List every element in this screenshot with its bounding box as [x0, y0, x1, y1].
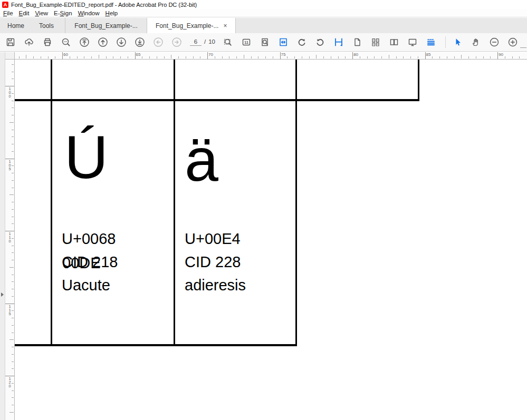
ruler-tick — [447, 56, 447, 58]
fit-width-icon[interactable] — [278, 37, 289, 47]
page-total: 10 — [208, 38, 215, 45]
ruler-tick — [381, 56, 382, 58]
page-number-input[interactable]: 6 — [190, 38, 202, 46]
reading-mode-icon[interactable] — [426, 37, 436, 47]
next-page-icon[interactable] — [116, 37, 127, 47]
ruler-tick — [12, 354, 14, 355]
continuous-scroll-icon[interactable] — [333, 37, 344, 47]
cid-value: CID 228 — [185, 250, 246, 274]
page-divider: / — [204, 38, 206, 45]
marquee-zoom-icon[interactable] — [223, 37, 233, 47]
svg-text:11: 11 — [244, 40, 248, 45]
ruler-label: 85 — [426, 52, 431, 57]
ruler-tick — [9, 339, 14, 340]
unicode-value: U+00E4 — [185, 227, 246, 250]
document-tab[interactable]: Font_Bug_Example-... — [65, 18, 147, 33]
actual-size-icon[interactable]: 11 — [241, 37, 252, 47]
ruler-tick — [12, 347, 14, 347]
select-tool-icon[interactable] — [452, 37, 463, 47]
ruler-tick — [12, 79, 14, 79]
ruler-tick — [70, 56, 70, 58]
menu-window[interactable]: Window — [78, 10, 100, 16]
menu-edit[interactable]: Edit — [19, 10, 30, 16]
ruler-tick — [12, 362, 14, 362]
ruler-tick — [12, 383, 14, 384]
ruler-tick — [12, 318, 14, 318]
menu-esign[interactable]: E-Sign — [54, 10, 72, 16]
ruler-tick — [12, 333, 14, 333]
ruler-tick — [323, 56, 324, 58]
horizontal-ruler: 60657075808590 — [0, 52, 527, 60]
menu-help[interactable]: Help — [106, 10, 118, 16]
ruler-tick — [113, 56, 113, 58]
ruler-tick — [265, 56, 266, 58]
rotate-counterclockwise-icon[interactable] — [315, 37, 325, 47]
ruler-tick — [12, 136, 14, 137]
ruler-tick — [200, 56, 200, 58]
ruler-tick — [12, 260, 14, 260]
ruler-tick — [294, 56, 295, 58]
zoom-in-icon[interactable] — [507, 37, 518, 47]
ruler-tick — [222, 56, 223, 58]
ruler-tick — [331, 56, 331, 58]
ruler-tick — [367, 56, 368, 58]
document-tabs: Font_Bug_Example-...Font_Bug_Example-...… — [65, 18, 236, 33]
ruler-tick — [12, 296, 14, 297]
ruler-tick — [309, 56, 310, 58]
ruler-tick — [12, 202, 14, 202]
ruler-tick — [149, 56, 150, 58]
nav-pane-strip[interactable] — [0, 52, 5, 420]
fit-page-icon[interactable] — [260, 37, 270, 47]
page-thumbnails-icon[interactable] — [370, 37, 381, 47]
table-border-line — [51, 60, 52, 346]
save-icon[interactable] — [5, 37, 16, 47]
toolbar: 6 / 10 11 — [0, 33, 527, 52]
single-page-icon[interactable] — [352, 37, 362, 47]
nav-pane-expand-icon[interactable] — [1, 292, 4, 297]
share-cloud-icon[interactable] — [24, 37, 34, 47]
last-page-icon[interactable] — [135, 37, 145, 47]
ruler-tick — [280, 52, 281, 59]
zoom-out-icon[interactable] — [489, 37, 500, 47]
ruler-tick — [229, 56, 229, 58]
ruler-tick — [374, 56, 375, 58]
find-icon[interactable] — [61, 37, 71, 47]
ruler-tick — [352, 52, 353, 59]
hand-tool-icon[interactable] — [471, 37, 481, 47]
document-tab[interactable]: Font_Bug_Example-...× — [147, 18, 236, 33]
toolbar-separator — [445, 36, 446, 48]
print-icon[interactable] — [42, 37, 53, 47]
previous-page-icon[interactable] — [98, 37, 108, 47]
ruler-tick — [12, 397, 14, 398]
ruler-tick — [207, 52, 208, 59]
next-view-icon — [171, 37, 182, 47]
ruler-tick — [19, 56, 20, 58]
tab-home[interactable]: Home — [0, 18, 32, 33]
ruler-tick — [338, 56, 339, 58]
ruler-tick — [12, 209, 14, 210]
menu-view[interactable]: View — [35, 10, 48, 16]
rotate-clockwise-icon[interactable] — [296, 37, 307, 47]
document-tab-label: Font_Bug_Example-... — [156, 22, 218, 30]
document-page: Ú U+0068 CID 218 00DE Uacute ä U+00E4 CI… — [15, 60, 527, 420]
ruler-tick — [91, 56, 92, 58]
ruler-tick — [12, 180, 14, 181]
ruler-tick — [418, 56, 418, 58]
ruler-label: 1 0 0 — [5, 87, 14, 98]
tab-close-icon[interactable]: × — [223, 23, 227, 29]
ruler-tick — [12, 64, 14, 65]
two-page-view-icon[interactable] — [389, 37, 399, 47]
previous-view-icon — [153, 37, 164, 47]
glyph-info-block: U+0068 CID 218 00DE Uacute — [62, 227, 118, 297]
ruler-tick — [48, 56, 49, 58]
ruler-label: 65 — [136, 52, 141, 57]
first-page-icon[interactable] — [79, 37, 90, 47]
ruler-tick — [106, 56, 107, 58]
table-border-line — [418, 60, 419, 101]
ruler-tick — [439, 56, 440, 58]
ruler-tick — [432, 56, 433, 58]
full-screen-icon[interactable] — [407, 37, 418, 47]
ruler-tick — [12, 130, 14, 130]
tab-tools[interactable]: Tools — [32, 18, 61, 33]
menu-file[interactable]: File — [3, 10, 13, 16]
